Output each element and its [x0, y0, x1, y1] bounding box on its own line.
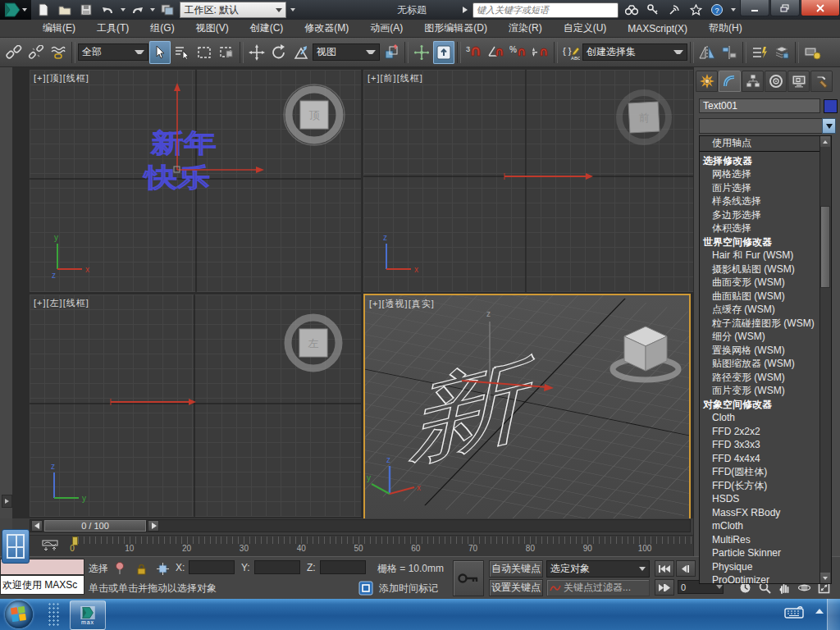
viewport-top-label[interactable]: [+][顶][线框] — [34, 72, 89, 84]
edit-named-selection-sets-button[interactable]: { }ABC — [560, 41, 582, 64]
modifier-item[interactable]: MultiRes — [700, 533, 820, 547]
modifier-item[interactable]: FFD 2x2x2 — [700, 425, 820, 439]
modifier-item[interactable]: FFD 4x4x4 — [700, 452, 820, 466]
modifier-item[interactable]: 置换网格 (WSM) — [700, 344, 820, 358]
previous-frame-button[interactable] — [676, 560, 696, 577]
modifier-item[interactable]: 曲面贴图 (WSM) — [700, 290, 820, 304]
move-gizmo[interactable] — [174, 83, 264, 173]
keyboard-shortcut-override-button[interactable] — [433, 41, 454, 64]
modifier-dropdown-scrollbar[interactable] — [819, 136, 831, 583]
modify-tab[interactable] — [719, 71, 741, 92]
modifier-item[interactable]: 路径变形 (WSM) — [700, 371, 820, 385]
snap-toggle-3d-button[interactable]: 3 — [463, 41, 485, 64]
menu-item[interactable]: 帮助(H) — [699, 20, 752, 37]
go-to-end-button[interactable] — [655, 579, 674, 596]
track-bar[interactable]: 0102030405060708090100 — [12, 535, 693, 557]
menu-item[interactable]: 工具(T) — [87, 20, 139, 37]
add-time-tag-button[interactable]: 添加时间标记 — [379, 582, 438, 596]
restore-button[interactable] — [770, 0, 800, 16]
rectangular-selection-region-button[interactable] — [194, 41, 215, 64]
modifier-item[interactable]: 贴图缩放器 (WSM) — [700, 357, 820, 371]
transform-lock-toggle[interactable] — [133, 560, 149, 577]
show-desktop-button[interactable] — [827, 599, 840, 630]
hierarchy-tab[interactable] — [742, 71, 764, 92]
render-setup-button[interactable] — [801, 41, 823, 64]
z-coordinate-field[interactable] — [320, 560, 366, 574]
show-hidden-icons-button[interactable] — [815, 609, 824, 614]
motion-tab[interactable] — [765, 71, 787, 92]
close-button[interactable] — [801, 0, 840, 16]
modifier-item[interactable]: 细分 (WSM) — [700, 330, 820, 344]
dock-expand-button[interactable] — [2, 495, 12, 508]
menu-item[interactable]: 组(G) — [140, 20, 184, 37]
modifier-group-header[interactable]: 选择修改器 — [700, 154, 820, 168]
workspace-switcher-button[interactable] — [158, 2, 176, 18]
menu-item[interactable]: 编辑(E) — [33, 20, 85, 37]
modifier-item[interactable]: 曲面变形 (WSM) — [700, 276, 820, 290]
viewport-front-label[interactable]: [+][前][线框] — [368, 72, 423, 84]
redo-flyout-caret[interactable] — [150, 8, 155, 11]
modifier-list-combobox[interactable] — [699, 118, 823, 134]
text-object-edge[interactable] — [504, 173, 593, 180]
angle-snap-button[interactable] — [486, 41, 507, 64]
menu-item[interactable]: 视图(V) — [186, 20, 239, 37]
modifier-item[interactable]: 体积选择 — [700, 221, 820, 235]
set-key-button[interactable]: 设置关键点 — [489, 579, 543, 596]
spinner-snap-button[interactable] — [530, 41, 551, 64]
isolate-selection-toggle[interactable] — [358, 580, 374, 596]
utilities-tab[interactable] — [810, 71, 833, 92]
bind-to-space-warp-button[interactable] — [48, 41, 69, 64]
next-frame-slider-button[interactable] — [148, 520, 159, 532]
menu-item[interactable]: 图形编辑器(D) — [414, 20, 497, 37]
modifier-item[interactable]: 摄影机贴图 (WSM) — [700, 262, 820, 276]
subscription-button[interactable] — [645, 2, 661, 17]
scroll-down-button[interactable] — [820, 573, 830, 583]
menu-item[interactable]: 渲染(R) — [499, 20, 552, 37]
help-flyout-caret[interactable] — [731, 8, 736, 11]
y-coordinate-field[interactable] — [254, 560, 300, 574]
modifier-item[interactable]: Hair 和 Fur (WSM) — [700, 249, 820, 262]
time-slider-handle[interactable]: 0 / 100 — [44, 520, 146, 532]
selected-filter-dropdown[interactable]: 选定对象 — [546, 560, 650, 578]
help-button[interactable]: ? — [709, 2, 725, 17]
viewport-left[interactable]: [+][左][线框] 左 z y — [30, 294, 361, 517]
key-filters-button[interactable]: 关键点过滤器... — [546, 579, 650, 596]
object-name-field[interactable]: Text001 — [699, 98, 820, 113]
undo-button[interactable] — [98, 2, 116, 18]
modifier-list-dropdown-button[interactable] — [822, 118, 836, 134]
window-crossing-toggle-button[interactable] — [216, 41, 237, 64]
modifier-item[interactable]: mCloth — [700, 519, 820, 533]
modifier-item[interactable]: FFD(长方体) — [700, 479, 820, 493]
workspace-flyout-caret[interactable] — [290, 8, 295, 11]
menu-item[interactable]: 修改器(M) — [294, 20, 358, 37]
object-color-swatch[interactable] — [824, 99, 838, 113]
modifier-item[interactable]: 点缓存 (WSM) — [700, 303, 820, 317]
manage-scene-explorer-button[interactable] — [749, 41, 770, 64]
viewport-front[interactable]: [+][前][线框] 前 z x — [363, 70, 693, 292]
workspace-dropdown[interactable]: 工作区: 默认 — [180, 2, 286, 18]
minimize-button[interactable] — [740, 0, 769, 16]
set-keys-button[interactable] — [453, 560, 484, 596]
text-object-edge[interactable] — [111, 399, 196, 405]
menu-item[interactable]: 自定义(U) — [554, 20, 617, 37]
search-input[interactable] — [472, 2, 619, 18]
absolute-offset-mode-toggle[interactable] — [154, 560, 171, 577]
viewport-perspective[interactable]: [+][透视][真实] z 新 — [363, 294, 691, 520]
use-pivot-point-center-button[interactable] — [381, 41, 402, 64]
search-collapse-icon[interactable] — [463, 7, 468, 13]
select-object-button[interactable] — [149, 41, 171, 64]
select-and-manipulate-button[interactable] — [411, 41, 432, 64]
viewport-top[interactable]: [+][顶][线框] 新年 快乐 顶 — [30, 70, 361, 292]
select-and-link-button[interactable] — [3, 41, 25, 64]
modifier-item[interactable]: ProOptimizer — [700, 573, 820, 583]
modifier-pinned-item[interactable]: 使用轴点 — [700, 136, 820, 150]
maxscript-listener-field[interactable]: 欢迎使用 MAXSc — [0, 575, 84, 595]
manage-layers-button[interactable] — [771, 41, 792, 64]
redo-button[interactable] — [129, 2, 147, 18]
modifier-item[interactable]: 面片变形 (WSM) — [700, 384, 820, 398]
modifier-item[interactable]: MassFX RBody — [700, 506, 820, 520]
percent-snap-button[interactable]: % — [508, 41, 529, 64]
undo-flyout-caret[interactable] — [121, 8, 126, 11]
modifier-item[interactable]: HSDS — [700, 492, 820, 506]
modifier-item[interactable]: Particle Skinner — [700, 546, 820, 560]
